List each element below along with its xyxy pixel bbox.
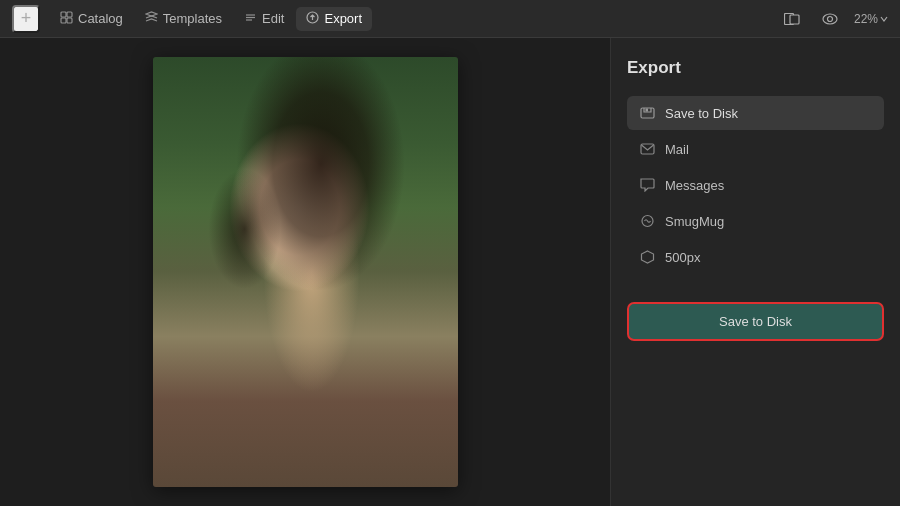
nav-edit[interactable]: Edit: [234, 7, 294, 31]
preview-icon[interactable]: [816, 5, 844, 33]
photo-image: [153, 57, 458, 487]
multi-window-icon[interactable]: [778, 5, 806, 33]
svg-rect-9: [790, 15, 799, 24]
catalog-icon: [60, 11, 73, 27]
templates-icon: [145, 11, 158, 27]
panel-title: Export: [627, 58, 884, 78]
smugmug-icon: [639, 213, 655, 229]
svg-rect-3: [67, 18, 72, 23]
svg-rect-0: [61, 12, 66, 17]
save-to-disk-label: Save to Disk: [665, 106, 738, 121]
mail-label: Mail: [665, 142, 689, 157]
export-item-500px[interactable]: 500px: [627, 240, 884, 274]
edit-icon: [244, 11, 257, 27]
edit-label: Edit: [262, 11, 284, 26]
save-to-disk-icon: [639, 105, 655, 121]
500px-icon: [639, 249, 655, 265]
main-content: Export Save to Disk: [0, 38, 900, 506]
mail-icon: [639, 141, 655, 157]
export-label: Export: [324, 11, 362, 26]
export-item-save-to-disk[interactable]: Save to Disk: [627, 96, 884, 130]
500px-label: 500px: [665, 250, 700, 265]
svg-rect-13: [645, 109, 648, 112]
add-button[interactable]: +: [12, 5, 40, 33]
export-panel: Export Save to Disk: [610, 38, 900, 506]
export-item-mail[interactable]: Mail: [627, 132, 884, 166]
zoom-control[interactable]: 22%: [854, 12, 888, 26]
svg-point-10: [823, 14, 837, 24]
messages-label: Messages: [665, 178, 724, 193]
photo-area: [0, 38, 610, 506]
svg-rect-2: [61, 18, 66, 23]
save-to-disk-button[interactable]: Save to Disk: [627, 302, 884, 341]
svg-point-11: [827, 16, 832, 21]
nav-export[interactable]: Export: [296, 7, 372, 31]
topbar: + Catalog Templates: [0, 0, 900, 38]
export-list: Save to Disk Mail Messages: [627, 96, 884, 274]
smugmug-label: SmugMug: [665, 214, 724, 229]
main-nav: Catalog Templates Edit: [50, 7, 372, 31]
export-item-smugmug[interactable]: SmugMug: [627, 204, 884, 238]
svg-marker-16: [641, 251, 653, 263]
export-item-messages[interactable]: Messages: [627, 168, 884, 202]
zoom-value: 22%: [854, 12, 878, 26]
export-icon: [306, 11, 319, 27]
nav-templates[interactable]: Templates: [135, 7, 232, 31]
nav-catalog[interactable]: Catalog: [50, 7, 133, 31]
catalog-label: Catalog: [78, 11, 123, 26]
topbar-right: 22%: [778, 5, 888, 33]
photo-container: [153, 57, 458, 487]
messages-icon: [639, 177, 655, 193]
svg-rect-1: [67, 12, 72, 17]
templates-label: Templates: [163, 11, 222, 26]
